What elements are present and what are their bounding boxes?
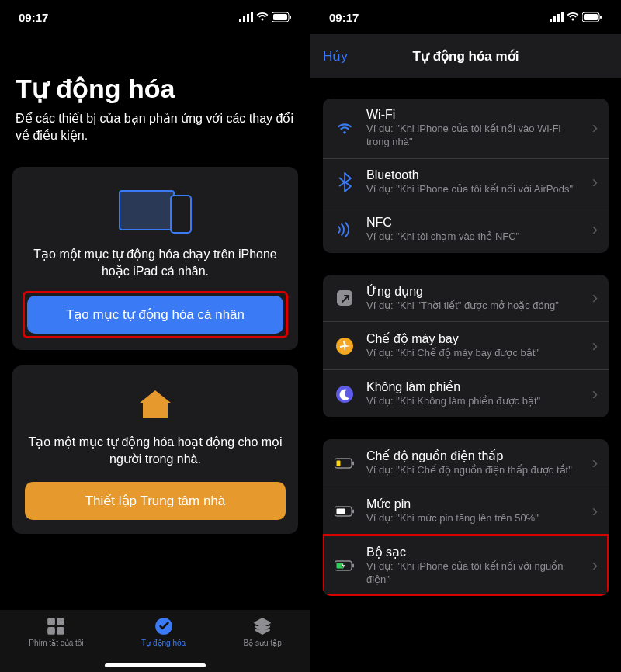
item-title: Chế độ nguồn điện thấp (366, 449, 581, 463)
trigger-wifi[interactable]: Wi-Fi Ví dụ: "Khi iPhone của tôi kết nối… (323, 99, 609, 158)
status-time: 09:17 (329, 11, 359, 24)
trigger-dnd[interactable]: Không làm phiền Ví dụ: "Khi Không làm ph… (323, 369, 609, 417)
tab-bar: Phím tắt của tôi Tự động hóa Bộ sưu tập (0, 610, 310, 672)
trigger-group-app: Ứng dụng Ví dụ: "Khi "Thời tiết" được mở… (323, 275, 609, 418)
svg-rect-15 (561, 12, 564, 22)
trigger-low-power[interactable]: Chế độ nguồn điện thấp Ví dụ: "Khi Chế đ… (323, 439, 609, 487)
trigger-airplane-mode[interactable]: Chế độ máy bay Ví dụ: "Khi Chế độ máy ba… (323, 321, 609, 369)
svg-rect-9 (48, 627, 56, 635)
page-title: Tự động hóa (0, 34, 310, 110)
item-subtitle: Ví dụ: "Khi "Thời tiết" được mở hoặc đón… (366, 300, 581, 313)
trigger-charger[interactable]: Bộ sạc Ví dụ: "Khi iPhone của tôi kết nố… (323, 535, 609, 596)
item-title: Chế độ máy bay (366, 331, 581, 346)
item-subtitle: Ví dụ: "Khi mức pin tăng lên trên 50%" (366, 512, 581, 525)
battery-icon (582, 12, 602, 22)
svg-rect-3 (251, 12, 253, 22)
item-title: Ứng dụng (366, 284, 581, 299)
wifi-icon (256, 12, 269, 22)
app-icon (334, 287, 356, 309)
trigger-group-battery: Chế độ nguồn điện thấp Ví dụ: "Khi Chế đ… (323, 439, 609, 596)
tab-gallery[interactable]: Bộ sưu tập (244, 616, 282, 647)
item-subtitle: Ví dụ: "Khi Chế độ nguồn điện thấp được … (366, 464, 581, 477)
bluetooth-icon (334, 171, 356, 193)
item-subtitle: Ví dụ: "Khi Chế độ máy bay được bật" (366, 347, 581, 360)
item-title: Wi-Fi (366, 108, 581, 122)
status-bar: 09:17 (310, 0, 621, 34)
setup-home-hub-button[interactable]: Thiết lập Trung tâm nhà (25, 482, 286, 520)
chevron-right-icon: › (592, 220, 598, 240)
svg-rect-14 (557, 14, 560, 22)
moon-icon (334, 383, 356, 405)
personal-automation-card: Tạo một mục tự động hóa chạy trên iPhone… (12, 167, 298, 350)
svg-rect-10 (57, 627, 64, 635)
chevron-right-icon: › (592, 118, 598, 138)
create-personal-automation-button[interactable]: Tạo mục tự động hóa cá nhân (27, 296, 283, 334)
battery-icon (334, 501, 356, 522)
item-title: Bluetooth (366, 168, 581, 182)
home-icon (136, 386, 175, 423)
page-subtitle: Để các thiết bị của bạn phản ứng với các… (0, 110, 310, 167)
tab-label: Bộ sưu tập (244, 639, 282, 647)
svg-rect-2 (247, 14, 249, 22)
chevron-right-icon: › (592, 172, 598, 192)
trigger-bluetooth[interactable]: Bluetooth Ví dụ: "Khi iPhone của tôi kết… (323, 158, 609, 206)
chevron-right-icon: › (592, 336, 598, 356)
chevron-right-icon: › (592, 288, 598, 308)
nfc-icon (334, 219, 356, 241)
item-title: Mức pin (366, 497, 581, 511)
card-desc: Tạo một mục tự động hóa chạy trên iPhone… (25, 246, 286, 279)
status-icons (239, 12, 292, 22)
cancel-button[interactable]: Hủy (323, 48, 348, 64)
item-subtitle: Ví dụ: "Khi iPhone của tôi kết nối với n… (366, 560, 581, 587)
svg-rect-27 (352, 509, 354, 513)
svg-rect-8 (57, 618, 64, 625)
right-screen: 09:17 Hủy Tự động hóa mới Wi-Fi Ví dụ: "… (310, 0, 621, 672)
svg-rect-7 (48, 618, 56, 625)
svg-rect-5 (273, 14, 287, 20)
highlight-personal-button: Tạo mục tự động hóa cá nhân (23, 291, 288, 338)
chevron-right-icon: › (592, 501, 598, 521)
item-subtitle: Ví dụ: "Khi iPhone của tôi kết nối với A… (366, 183, 581, 196)
chevron-right-icon: › (592, 556, 598, 576)
battery-icon (272, 12, 292, 22)
svg-rect-0 (239, 19, 241, 22)
svg-rect-19 (337, 290, 352, 306)
status-bar: 09:17 (0, 0, 310, 34)
grid-icon (46, 616, 66, 636)
svg-rect-6 (290, 16, 291, 19)
trigger-nfc[interactable]: NFC Ví dụ: "Khi tôi chạm vào thẻ NFC" › (323, 206, 609, 253)
svg-rect-24 (352, 461, 354, 465)
battery-charging-icon (334, 555, 356, 577)
battery-low-icon (334, 452, 356, 474)
tab-label: Tự động hóa (141, 639, 186, 647)
left-screen: 09:17 Tự động hóa Để các thiết bị của bạ… (0, 0, 310, 672)
svg-rect-18 (600, 16, 602, 19)
tab-label: Phím tắt của tôi (29, 639, 83, 647)
svg-rect-23 (337, 460, 341, 466)
status-time: 09:17 (19, 11, 48, 24)
svg-rect-1 (243, 16, 245, 22)
clock-check-icon (154, 616, 174, 636)
svg-rect-13 (553, 16, 556, 22)
svg-rect-12 (550, 19, 552, 22)
wifi-icon (334, 117, 356, 139)
wifi-icon (567, 12, 579, 22)
tab-automation[interactable]: Tự động hóa (141, 616, 186, 647)
trigger-battery-level[interactable]: Mức pin Ví dụ: "Khi mức pin tăng lên trê… (323, 487, 609, 535)
cellular-icon (239, 12, 253, 22)
home-indicator[interactable] (105, 663, 206, 667)
chevron-right-icon: › (592, 384, 598, 404)
item-subtitle: Ví dụ: "Khi tôi chạm vào thẻ NFC" (366, 230, 581, 244)
stack-icon (252, 616, 272, 636)
svg-rect-26 (337, 508, 345, 514)
trigger-group-connectivity: Wi-Fi Ví dụ: "Khi iPhone của tôi kết nối… (323, 99, 609, 253)
trigger-app[interactable]: Ứng dụng Ví dụ: "Khi "Thời tiết" được mở… (323, 275, 609, 322)
item-title: Bộ sạc (366, 545, 581, 559)
item-title: Không làm phiền (366, 379, 581, 394)
cellular-icon (550, 12, 564, 22)
item-subtitle: Ví dụ: "Khi Không làm phiền được bật" (366, 395, 581, 408)
home-automation-card: Tạo một mục tự động hóa hoạt động cho mọ… (12, 365, 298, 533)
svg-rect-17 (584, 14, 598, 20)
tab-shortcuts[interactable]: Phím tắt của tôi (29, 616, 83, 647)
item-title: NFC (366, 216, 581, 230)
